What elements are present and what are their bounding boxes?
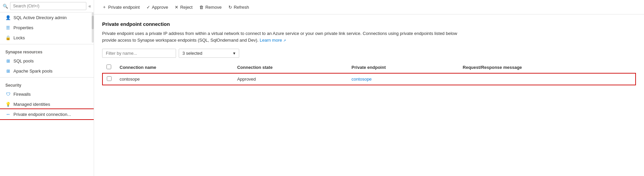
remove-button[interactable]: 🗑 Remove: [197, 3, 224, 11]
sidebar-item-sql-pools[interactable]: ⊞ SQL pools: [0, 56, 94, 66]
learn-more-link[interactable]: Learn more ↗: [260, 38, 286, 43]
plus-icon: ＋: [102, 4, 106, 10]
search-input[interactable]: [10, 2, 86, 10]
select-all-header: [102, 62, 116, 73]
data-table: Connection name Connection state Private…: [102, 62, 636, 85]
sidebar-item-label: SQL Active Directory admin: [13, 15, 67, 20]
approve-icon: ✓: [146, 5, 150, 10]
sidebar-item-managed-identities[interactable]: 💡 Managed identities: [0, 99, 94, 109]
properties-icon: ☰: [5, 25, 11, 30]
table-row: contosope Approved contosope: [102, 73, 636, 85]
sidebar-item-label: Properties: [13, 25, 33, 30]
refresh-button[interactable]: ↻ ↻ Refresh Refresh: [226, 3, 252, 11]
filter-input[interactable]: [102, 49, 176, 58]
sidebar-item-spark-pools[interactable]: ⊞ Apache Spark pools: [0, 66, 94, 76]
sidebar-item-private-endpoint[interactable]: ↔ Private endpoint connection...: [0, 109, 94, 119]
collapse-button[interactable]: «: [88, 3, 91, 9]
sidebar-item-label: Private endpoint connection...: [13, 112, 71, 117]
managed-identities-icon: 💡: [5, 101, 11, 107]
sidebar-item-label: Locks: [13, 35, 25, 40]
section-security-label: Security: [0, 79, 94, 89]
row-checkbox-cell: [102, 73, 116, 85]
scrollbar-track[interactable]: [92, 12, 94, 43]
lock-icon: 🔒: [5, 35, 11, 40]
sidebar-item-locks[interactable]: 🔒 Locks: [0, 33, 94, 43]
search-icon: 🔍: [3, 4, 8, 9]
reject-label: Reject: [180, 5, 192, 10]
filter-dropdown[interactable]: 3 selected ▾: [179, 49, 239, 58]
cell-connection-state: Approved: [233, 73, 347, 85]
external-link-icon: ↗: [283, 39, 286, 42]
sidebar-item-sql-ad[interactable]: 👤 SQL Active Directory admin: [0, 12, 94, 23]
col-request-response: Request/Response message: [459, 62, 636, 73]
row-checkbox[interactable]: [107, 76, 112, 81]
col-connection-state: Connection state: [233, 62, 347, 73]
cell-request-response: [459, 73, 636, 85]
table-header-row: Connection name Connection state Private…: [102, 62, 636, 73]
page-description: Private endpoint uses a private IP addre…: [102, 30, 472, 43]
sidebar-item-properties[interactable]: ☰ Properties: [0, 23, 94, 33]
section-synapse-label: Synapse resources: [0, 46, 94, 56]
main-content: ＋ Private endpoint ✓ Approve ✕ Reject 🗑 …: [94, 0, 644, 176]
sidebar-item-label: Apache Spark pools: [13, 69, 52, 74]
search-bar: 🔍 «: [0, 0, 94, 12]
dropdown-value: 3 selected: [182, 51, 202, 56]
sidebar-content: 👤 SQL Active Directory admin ☰ Propertie…: [0, 12, 94, 176]
sql-ad-icon: 👤: [5, 15, 11, 20]
filter-row: 3 selected ▾: [102, 49, 636, 58]
sidebar-item-label: Managed identities: [13, 102, 50, 107]
col-private-endpoint: Private endpoint: [347, 62, 459, 73]
refresh-icon: ↻: [228, 5, 232, 10]
page-title: Private endpoint connection: [102, 21, 636, 27]
divider-synapse: [0, 44, 94, 44]
spark-pools-icon: ⊞: [5, 68, 11, 74]
approve-button[interactable]: ✓ Approve: [144, 3, 171, 11]
page-body: Private endpoint connection Private endp…: [94, 14, 644, 176]
col-connection-name: Connection name: [116, 62, 233, 73]
cell-private-endpoint[interactable]: contosope: [347, 73, 459, 85]
select-all-checkbox[interactable]: [106, 64, 111, 69]
approve-label: Approve: [152, 5, 168, 10]
sidebar: 🔍 « 👤 SQL Active Directory admin ☰ Prope…: [0, 0, 94, 176]
cell-connection-name: contosope: [116, 73, 233, 85]
sidebar-item-label: SQL pools: [13, 58, 34, 63]
firewall-icon: 🛡: [5, 91, 11, 97]
reject-button[interactable]: ✕ Reject: [172, 3, 195, 11]
toolbar: ＋ Private endpoint ✓ Approve ✕ Reject 🗑 …: [94, 0, 644, 14]
chevron-down-icon: ▾: [233, 51, 235, 56]
scrollbar-thumb[interactable]: [92, 16, 94, 29]
remove-label: Remove: [205, 5, 221, 10]
sql-pools-icon: ⊞: [5, 58, 11, 63]
divider-security: [0, 77, 94, 78]
private-endpoint-button[interactable]: ＋ Private endpoint: [99, 3, 142, 11]
remove-icon: 🗑: [199, 5, 204, 10]
sidebar-item-label: Firewalls: [13, 92, 31, 97]
sidebar-item-firewalls[interactable]: 🛡 Firewalls: [0, 89, 94, 99]
reject-icon: ✕: [175, 5, 178, 10]
private-endpoint-label: Private endpoint: [108, 5, 140, 10]
private-endpoint-icon: ↔: [5, 112, 11, 117]
